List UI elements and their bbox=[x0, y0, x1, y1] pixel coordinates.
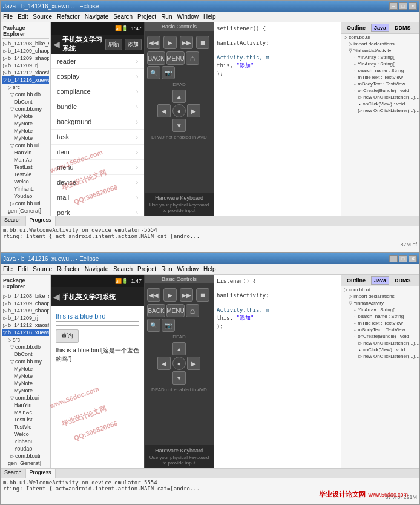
console-search-tab[interactable]: Search bbox=[1, 216, 26, 226]
menu-nav-button-b[interactable]: MENU bbox=[166, 304, 185, 317]
tree-item[interactable]: ▷b_141208_bike_se bbox=[2, 292, 49, 300]
menu-file-b[interactable]: File bbox=[3, 266, 13, 272]
tree-item[interactable]: ▷b_141212_xiaosho bbox=[2, 69, 49, 76]
play-button[interactable]: ▶ bbox=[163, 36, 177, 49]
tree-item[interactable]: MainAc bbox=[2, 156, 49, 163]
back-icon[interactable]: ◀ bbox=[53, 39, 60, 49]
list-item[interactable]: pork› bbox=[51, 205, 144, 216]
outline-item[interactable]: ▷ new OnClickListener(...)… bbox=[341, 353, 419, 360]
forward-button[interactable]: ▶▶ bbox=[180, 36, 193, 49]
camera-nav-button[interactable]: 📷 bbox=[162, 66, 175, 79]
forward-button-b[interactable]: ▶▶ bbox=[180, 288, 193, 302]
rewind-button-b[interactable]: ◀◀ bbox=[147, 288, 160, 302]
maximize-button-bottom[interactable]: □ bbox=[399, 255, 407, 262]
outline-item[interactable]: ⬩ mTitleText : TextView bbox=[341, 320, 419, 326]
tree-item[interactable]: ▽com.bb.my bbox=[2, 105, 49, 113]
tree-item[interactable]: ▷b_141209_chaopi bbox=[2, 47, 49, 54]
phone-search-button[interactable]: 查询 bbox=[56, 329, 79, 343]
home-nav-button-b[interactable]: ⌂ bbox=[186, 304, 199, 317]
list-item[interactable]: bundle› bbox=[51, 99, 144, 114]
console-progress-tab-b[interactable]: Progress bbox=[26, 469, 56, 478]
tree-item[interactable]: Youdao bbox=[2, 445, 49, 452]
menu-source-b[interactable]: Source bbox=[33, 266, 52, 272]
outline-item[interactable]: ▷ import declarations bbox=[341, 41, 419, 47]
tree-item[interactable]: ▷b_141208_bike_se bbox=[2, 40, 49, 47]
dpad-left-b[interactable]: ◀ bbox=[157, 357, 171, 370]
tree-item[interactable]: Welco bbox=[2, 178, 49, 185]
outline-item[interactable]: ▷ new OnClickListener(...)… bbox=[341, 340, 419, 346]
list-item[interactable]: device› bbox=[51, 175, 144, 190]
tree-item[interactable]: gen [Generat] bbox=[2, 207, 49, 214]
list-item[interactable]: cosplay› bbox=[51, 69, 144, 84]
console-progress-tab[interactable]: Progress bbox=[26, 216, 56, 226]
tree-item[interactable]: TestVie bbox=[2, 171, 49, 178]
back-nav-button-b[interactable]: BACK bbox=[147, 304, 165, 317]
menu-refactor-b[interactable]: Refactor bbox=[57, 266, 80, 272]
tab-java[interactable]: Java bbox=[371, 24, 389, 32]
menu-project-b[interactable]: Project bbox=[137, 266, 156, 272]
add-button[interactable]: 添加 bbox=[125, 39, 142, 50]
tree-item[interactable]: ▽com.bb.ui bbox=[2, 394, 49, 401]
tree-item[interactable]: ▽com.bb.db bbox=[2, 343, 49, 351]
tree-item[interactable]: ▷src bbox=[2, 336, 49, 343]
outline-item[interactable]: ▷ new OnClickListener(...)… bbox=[341, 94, 419, 101]
maximize-button[interactable]: □ bbox=[399, 2, 407, 10]
outline-item[interactable]: ⬩ onCreate(Bundle) : void bbox=[341, 87, 419, 94]
menu-navigate[interactable]: Navigate bbox=[85, 13, 108, 20]
list-item[interactable]: item› bbox=[51, 145, 144, 160]
phone-search-input[interactable] bbox=[56, 311, 139, 322]
outline-item[interactable]: ⬩ onCreate(Bundle) : void bbox=[341, 333, 419, 340]
tree-item[interactable]: MyNote bbox=[2, 387, 49, 394]
console-search-tab-b[interactable]: Search bbox=[1, 469, 26, 478]
dpad-down-b[interactable]: ▼ bbox=[172, 371, 186, 385]
back-nav-button[interactable]: BACK bbox=[147, 51, 165, 65]
tree-item[interactable]: ▷com.bb.util bbox=[2, 200, 49, 207]
tree-item[interactable]: TestList bbox=[2, 416, 49, 423]
list-item[interactable]: compliance› bbox=[51, 84, 144, 99]
tree-item[interactable]: HanYin bbox=[2, 401, 49, 409]
tab-java-b[interactable]: Java bbox=[371, 276, 389, 285]
menu-edit[interactable]: Edit bbox=[18, 13, 28, 20]
tree-item[interactable]: ▽com.bb.my bbox=[2, 358, 49, 365]
tree-item[interactable]: TestVie bbox=[2, 423, 49, 431]
tree-item[interactable]: DbCont bbox=[2, 351, 49, 358]
minimize-button[interactable]: ─ bbox=[389, 2, 398, 10]
menu-navigate-b[interactable]: Navigate bbox=[85, 266, 108, 272]
tree-item[interactable]: ▷com.bb.util bbox=[2, 452, 49, 460]
dpad-left[interactable]: ◀ bbox=[157, 104, 171, 117]
dpad-up-b[interactable]: ▲ bbox=[172, 342, 186, 355]
tree-item-selected-b[interactable]: ▽b_141216_xuewu bbox=[2, 329, 49, 336]
outline-item[interactable]: ⬩ search_name : String bbox=[341, 313, 419, 320]
outline-item[interactable]: ⬩ YinArray : String[] bbox=[341, 306, 419, 313]
tab-ddms[interactable]: DDMS bbox=[392, 24, 414, 32]
stop-button-b[interactable]: ⏹ bbox=[196, 288, 209, 302]
outline-item[interactable]: ⬩ YinArray : String[] bbox=[341, 61, 419, 67]
tree-item[interactable]: gen [Generat] bbox=[2, 460, 49, 467]
dpad-right-b[interactable]: ▶ bbox=[187, 357, 200, 370]
menu-run-b[interactable]: Run bbox=[161, 266, 172, 272]
dpad-center[interactable]: ● bbox=[172, 104, 186, 117]
outline-item[interactable]: ▷ import declarations bbox=[341, 293, 419, 300]
home-nav-button[interactable]: ⌂ bbox=[186, 51, 199, 65]
tree-item[interactable]: Android 4.2.2 bbox=[2, 467, 49, 468]
list-item[interactable]: reader› bbox=[51, 54, 144, 69]
menu-file[interactable]: File bbox=[3, 13, 13, 20]
menu-search-b[interactable]: Search bbox=[113, 266, 133, 272]
close-button-bottom[interactable]: ✕ bbox=[409, 255, 417, 262]
list-item-background[interactable]: background› bbox=[51, 114, 144, 130]
menu-nav-button[interactable]: MENU bbox=[166, 51, 185, 65]
tree-item[interactable]: MyNote bbox=[2, 380, 49, 387]
outline-item[interactable]: ▷ com.bb.ui bbox=[341, 34, 419, 41]
refresh-button[interactable]: 刷新 bbox=[105, 39, 122, 50]
tab-ddms-b[interactable]: DDMS bbox=[392, 276, 414, 285]
outline-item[interactable]: ▷ new OnClickListener(...)… bbox=[341, 107, 419, 114]
outline-item[interactable]: ⬩ mBodyText : TextView bbox=[341, 81, 419, 87]
tree-item[interactable]: ▽com.bb.ui bbox=[2, 142, 49, 149]
tree-item[interactable]: MyNote bbox=[2, 127, 49, 134]
tree-item[interactable]: MyNote bbox=[2, 134, 49, 142]
tree-item[interactable]: ▷b_141209_chaopi bbox=[2, 300, 49, 307]
minimize-button-bottom[interactable]: ─ bbox=[389, 255, 398, 262]
dpad-down[interactable]: ▼ bbox=[172, 119, 186, 132]
tree-item[interactable]: HanYin bbox=[2, 149, 49, 156]
rewind-button[interactable]: ◀◀ bbox=[147, 36, 160, 49]
